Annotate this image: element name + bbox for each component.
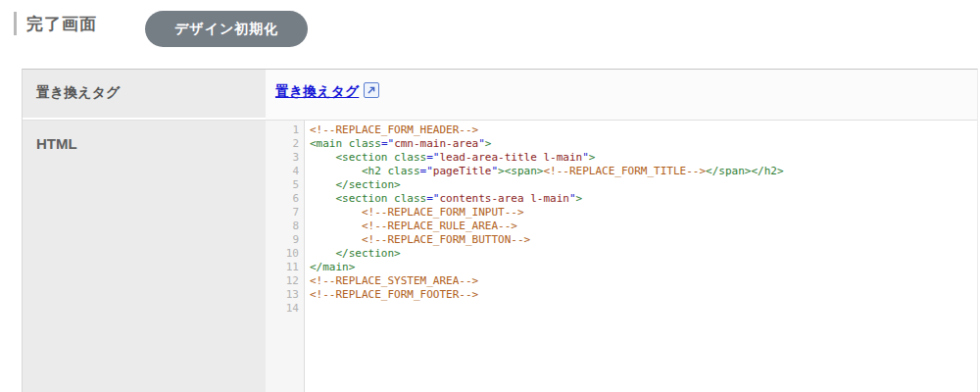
replace-tag-link[interactable]: 置き換えタグ [275, 83, 359, 99]
design-reset-button[interactable]: デザイン初期化 [145, 11, 308, 47]
line-number: 5 [266, 178, 299, 192]
code-line: </main> [310, 261, 977, 274]
line-number: 12 [266, 274, 299, 288]
line-number-gutter: 1234567891011121314 [266, 121, 305, 392]
line-number: 13 [266, 288, 299, 302]
replace-tag-row-label: 置き換えタグ [23, 70, 266, 120]
code-line: <section class="lead-area-title l-main"> [310, 151, 977, 165]
code-line: </section> [310, 178, 977, 192]
line-number: 14 [266, 302, 299, 316]
code-line: <!--REPLACE_RULE_AREA--> [310, 220, 977, 233]
code-line: </section> [310, 247, 977, 261]
code-line: <main class="cmn-main-area"> [310, 137, 977, 151]
line-number: 2 [266, 137, 299, 151]
html-row-content: 1234567891011121314 <!--REPLACE_FORM_HEA… [266, 121, 977, 392]
line-number: 1 [266, 123, 299, 137]
html-row-label: HTML [23, 121, 266, 392]
table-row-replace-tag: 置き換えタグ 置き換えタグ [23, 70, 977, 121]
line-number: 4 [266, 165, 299, 178]
code-line: <section class="contents-area l-main"> [310, 192, 977, 206]
line-number: 11 [266, 261, 299, 274]
code-line: <!--REPLACE_SYSTEM_AREA--> [310, 274, 977, 288]
code-line: <!--REPLACE_FORM_BUTTON--> [310, 233, 977, 247]
line-number: 6 [266, 192, 299, 206]
code-line: <!--REPLACE_FORM_INPUT--> [310, 206, 977, 220]
settings-table: 置き換えタグ 置き換えタグ HTML 1234567891011121314 <… [22, 69, 978, 392]
external-link-icon [364, 82, 379, 98]
line-number: 7 [266, 206, 299, 220]
code-line: <h2 class="pageTitle"><span><!--REPLACE_… [310, 165, 977, 178]
code-pane: <!--REPLACE_FORM_HEADER--><main class="c… [305, 121, 977, 392]
line-number: 3 [266, 151, 299, 165]
page-title: 完了画面 [26, 13, 97, 35]
line-number: 8 [266, 220, 299, 233]
title-accent-bar [14, 12, 17, 35]
line-number: 10 [266, 247, 299, 261]
line-number: 9 [266, 233, 299, 247]
code-line [310, 302, 977, 316]
code-line: <!--REPLACE_FORM_FOOTER--> [310, 288, 977, 302]
page-header: 完了画面 デザイン初期化 [0, 0, 980, 69]
code-editor[interactable]: 1234567891011121314 <!--REPLACE_FORM_HEA… [266, 121, 977, 392]
replace-tag-row-content: 置き換えタグ [266, 70, 977, 120]
code-line: <!--REPLACE_FORM_HEADER--> [310, 123, 977, 137]
table-row-html: HTML 1234567891011121314 <!--REPLACE_FOR… [23, 121, 977, 392]
